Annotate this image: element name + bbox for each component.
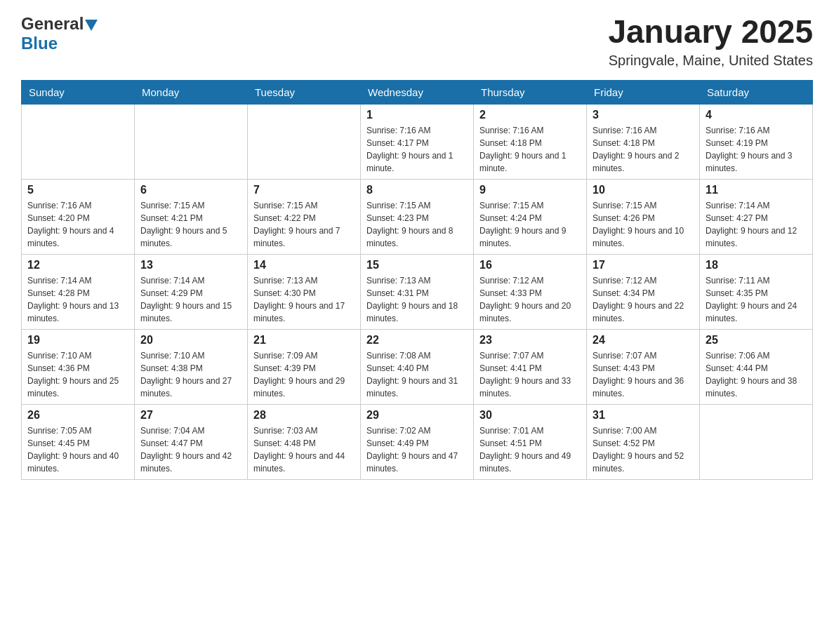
- calendar-day-cell: 10Sunrise: 7:15 AM Sunset: 4:26 PM Dayli…: [587, 179, 700, 254]
- day-info: Sunrise: 7:16 AM Sunset: 4:19 PM Dayligh…: [706, 124, 807, 175]
- calendar-week-row: 26Sunrise: 7:05 AM Sunset: 4:45 PM Dayli…: [22, 404, 813, 479]
- day-info: Sunrise: 7:15 AM Sunset: 4:26 PM Dayligh…: [593, 199, 694, 250]
- calendar-day-cell: 2Sunrise: 7:16 AM Sunset: 4:18 PM Daylig…: [474, 104, 587, 179]
- calendar-day-cell: 3Sunrise: 7:16 AM Sunset: 4:18 PM Daylig…: [587, 104, 700, 179]
- day-number: 31: [593, 409, 694, 422]
- day-info: Sunrise: 7:16 AM Sunset: 4:17 PM Dayligh…: [366, 124, 468, 175]
- day-info: Sunrise: 7:11 AM Sunset: 4:35 PM Dayligh…: [706, 274, 807, 325]
- day-info: Sunrise: 7:08 AM Sunset: 4:40 PM Dayligh…: [366, 349, 468, 400]
- calendar-day-cell: 12Sunrise: 7:14 AM Sunset: 4:28 PM Dayli…: [22, 254, 135, 329]
- day-info: Sunrise: 7:06 AM Sunset: 4:44 PM Dayligh…: [706, 349, 807, 400]
- weekday-header-cell: Saturday: [700, 80, 813, 104]
- day-info: Sunrise: 7:00 AM Sunset: 4:52 PM Dayligh…: [593, 424, 694, 475]
- day-number: 11: [706, 184, 807, 196]
- day-number: 26: [27, 409, 128, 422]
- day-number: 28: [253, 409, 355, 422]
- day-number: 4: [706, 109, 807, 121]
- calendar-day-cell: 4Sunrise: 7:16 AM Sunset: 4:19 PM Daylig…: [700, 104, 813, 179]
- weekday-header-cell: Sunday: [22, 80, 135, 104]
- calendar-title: January 2025: [608, 14, 813, 50]
- calendar-day-cell: 20Sunrise: 7:10 AM Sunset: 4:38 PM Dayli…: [135, 329, 248, 404]
- weekday-header-cell: Tuesday: [248, 80, 361, 104]
- calendar-day-cell: 23Sunrise: 7:07 AM Sunset: 4:41 PM Dayli…: [474, 329, 587, 404]
- day-number: 10: [593, 184, 694, 196]
- weekday-header-cell: Wednesday: [361, 80, 474, 104]
- day-number: 2: [479, 109, 581, 121]
- day-number: 9: [479, 184, 581, 196]
- day-info: Sunrise: 7:15 AM Sunset: 4:21 PM Dayligh…: [140, 199, 241, 250]
- day-info: Sunrise: 7:01 AM Sunset: 4:51 PM Dayligh…: [479, 424, 581, 475]
- day-number: 25: [706, 334, 807, 347]
- calendar-day-cell: 22Sunrise: 7:08 AM Sunset: 4:40 PM Dayli…: [361, 329, 474, 404]
- calendar-body: 1Sunrise: 7:16 AM Sunset: 4:17 PM Daylig…: [22, 104, 813, 479]
- calendar-subtitle: Springvale, Maine, United States: [608, 53, 813, 69]
- calendar-day-cell: 8Sunrise: 7:15 AM Sunset: 4:23 PM Daylig…: [361, 179, 474, 254]
- weekday-header-cell: Thursday: [474, 80, 587, 104]
- title-area: January 2025 Springvale, Maine, United S…: [608, 14, 813, 69]
- weekday-header-cell: Monday: [135, 80, 248, 104]
- calendar-day-cell: 18Sunrise: 7:11 AM Sunset: 4:35 PM Dayli…: [700, 254, 813, 329]
- calendar-table: SundayMondayTuesdayWednesdayThursdayFrid…: [21, 80, 813, 480]
- calendar-day-cell: [22, 104, 135, 179]
- day-info: Sunrise: 7:10 AM Sunset: 4:38 PM Dayligh…: [140, 349, 241, 400]
- weekday-header-cell: Friday: [587, 80, 700, 104]
- day-info: Sunrise: 7:09 AM Sunset: 4:39 PM Dayligh…: [253, 349, 355, 400]
- calendar-week-row: 19Sunrise: 7:10 AM Sunset: 4:36 PM Dayli…: [22, 329, 813, 404]
- calendar-day-cell: 24Sunrise: 7:07 AM Sunset: 4:43 PM Dayli…: [587, 329, 700, 404]
- day-number: 19: [27, 334, 128, 347]
- calendar-day-cell: 5Sunrise: 7:16 AM Sunset: 4:20 PM Daylig…: [22, 179, 135, 254]
- calendar-day-cell: 29Sunrise: 7:02 AM Sunset: 4:49 PM Dayli…: [361, 404, 474, 479]
- day-info: Sunrise: 7:02 AM Sunset: 4:49 PM Dayligh…: [366, 424, 468, 475]
- calendar-day-cell: 13Sunrise: 7:14 AM Sunset: 4:29 PM Dayli…: [135, 254, 248, 329]
- day-number: 30: [479, 409, 581, 422]
- calendar-day-cell: 11Sunrise: 7:14 AM Sunset: 4:27 PM Dayli…: [700, 179, 813, 254]
- day-info: Sunrise: 7:13 AM Sunset: 4:31 PM Dayligh…: [366, 274, 468, 325]
- calendar-day-cell: [135, 104, 248, 179]
- day-info: Sunrise: 7:07 AM Sunset: 4:43 PM Dayligh…: [593, 349, 694, 400]
- day-number: 20: [140, 334, 241, 347]
- calendar-week-row: 5Sunrise: 7:16 AM Sunset: 4:20 PM Daylig…: [22, 179, 813, 254]
- calendar-week-row: 1Sunrise: 7:16 AM Sunset: 4:17 PM Daylig…: [22, 104, 813, 179]
- day-info: Sunrise: 7:16 AM Sunset: 4:18 PM Dayligh…: [593, 124, 694, 175]
- day-number: 21: [253, 334, 355, 347]
- calendar-day-cell: 6Sunrise: 7:15 AM Sunset: 4:21 PM Daylig…: [135, 179, 248, 254]
- day-info: Sunrise: 7:16 AM Sunset: 4:20 PM Dayligh…: [27, 199, 128, 250]
- calendar-day-cell: [700, 404, 813, 479]
- day-info: Sunrise: 7:14 AM Sunset: 4:28 PM Dayligh…: [27, 274, 128, 325]
- calendar-day-cell: 1Sunrise: 7:16 AM Sunset: 4:17 PM Daylig…: [361, 104, 474, 179]
- calendar-day-cell: 21Sunrise: 7:09 AM Sunset: 4:39 PM Dayli…: [248, 329, 361, 404]
- page-header: General Blue January 2025 Springvale, Ma…: [21, 14, 813, 69]
- day-number: 15: [366, 259, 468, 271]
- calendar-day-cell: 14Sunrise: 7:13 AM Sunset: 4:30 PM Dayli…: [248, 254, 361, 329]
- logo-general-text: General: [21, 14, 84, 34]
- day-info: Sunrise: 7:15 AM Sunset: 4:24 PM Dayligh…: [479, 199, 581, 250]
- day-info: Sunrise: 7:15 AM Sunset: 4:22 PM Dayligh…: [253, 199, 355, 250]
- weekday-header-row: SundayMondayTuesdayWednesdayThursdayFrid…: [22, 80, 813, 104]
- day-info: Sunrise: 7:12 AM Sunset: 4:34 PM Dayligh…: [593, 274, 694, 325]
- day-info: Sunrise: 7:03 AM Sunset: 4:48 PM Dayligh…: [253, 424, 355, 475]
- day-number: 7: [253, 184, 355, 196]
- calendar-day-cell: 16Sunrise: 7:12 AM Sunset: 4:33 PM Dayli…: [474, 254, 587, 329]
- calendar-header: SundayMondayTuesdayWednesdayThursdayFrid…: [22, 80, 813, 104]
- calendar-day-cell: 19Sunrise: 7:10 AM Sunset: 4:36 PM Dayli…: [22, 329, 135, 404]
- day-number: 12: [27, 259, 128, 271]
- day-info: Sunrise: 7:14 AM Sunset: 4:29 PM Dayligh…: [140, 274, 241, 325]
- day-number: 16: [479, 259, 581, 271]
- day-info: Sunrise: 7:14 AM Sunset: 4:27 PM Dayligh…: [706, 199, 807, 250]
- calendar-day-cell: 30Sunrise: 7:01 AM Sunset: 4:51 PM Dayli…: [474, 404, 587, 479]
- day-number: 5: [27, 184, 128, 196]
- calendar-day-cell: 7Sunrise: 7:15 AM Sunset: 4:22 PM Daylig…: [248, 179, 361, 254]
- calendar-day-cell: 28Sunrise: 7:03 AM Sunset: 4:48 PM Dayli…: [248, 404, 361, 479]
- day-info: Sunrise: 7:04 AM Sunset: 4:47 PM Dayligh…: [140, 424, 241, 475]
- day-info: Sunrise: 7:16 AM Sunset: 4:18 PM Dayligh…: [479, 124, 581, 175]
- calendar-day-cell: [248, 104, 361, 179]
- day-number: 29: [366, 409, 468, 422]
- day-number: 22: [366, 334, 468, 347]
- day-info: Sunrise: 7:07 AM Sunset: 4:41 PM Dayligh…: [479, 349, 581, 400]
- logo-triangle-icon: [85, 20, 98, 31]
- day-number: 18: [706, 259, 807, 271]
- day-number: 14: [253, 259, 355, 271]
- day-number: 1: [366, 109, 468, 121]
- calendar-day-cell: 9Sunrise: 7:15 AM Sunset: 4:24 PM Daylig…: [474, 179, 587, 254]
- day-number: 27: [140, 409, 241, 422]
